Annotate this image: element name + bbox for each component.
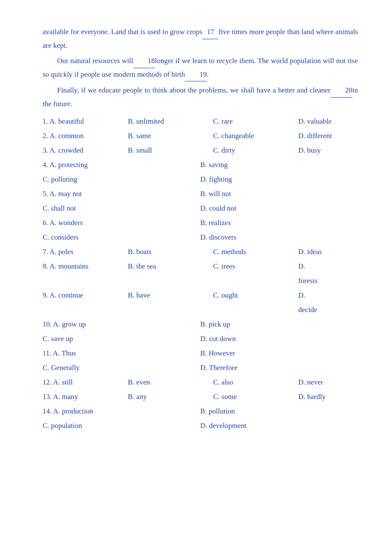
question-10-row: 10. A. grow up B. pick up C. save up D. … [43,317,358,346]
q4-b: B. saving [200,158,285,172]
blank-17: 17 [202,26,219,39]
q11-d: D. Therefore [200,361,285,375]
q10-a: 10. A. grow up [43,317,128,332]
paragraph-3: Finally, if we educate people to think a… [43,84,358,110]
q4-empty1 [128,158,200,172]
q8-d: D. [298,259,383,274]
q2-d: D. different [298,129,383,143]
q7-a: 7. A. poles [43,245,128,259]
q1-c: C. rare [213,114,298,129]
blank-20: 20 [331,84,352,98]
q1-b: B. unlimited [128,114,213,129]
paragraph-2: Our natural resources will18longer if we… [43,55,358,81]
q5-a: 5. A. may not [43,187,128,201]
q1-d: D. valuable [298,114,383,129]
q4-c: C. polluting [43,172,128,187]
para2-text1: Our natural resources will [57,57,133,65]
q13-c: C. some [213,390,298,404]
q9-decide: decide [298,303,383,317]
q6-a: 6. A. wonders [43,216,128,230]
q12-b: B. even [128,375,213,390]
q12-a: 12. A. still [43,375,128,390]
q5-b: B. will not [200,187,285,201]
question-7-row: 7. A. poles B. boats C. methods D. ideas [43,245,358,259]
question-12-row: 12. A. still B. even C. also D. never [43,375,358,390]
q8-a: 8. A. mountains [43,259,128,274]
q10-c: C. save up [43,332,128,346]
q7-d: D. ideas [298,245,383,259]
q11-b: B. However [200,346,285,361]
q12-c: C. also [213,375,298,390]
question-3-row: 3. A. crowded B. small C. dirty D. busy [43,143,358,158]
q13-d: D. hardly [298,390,383,404]
question-5-row: 5. A. may not B. will not C. shall not D… [43,187,358,216]
q2-c: C. changeable [213,129,298,143]
q8-b: B. the sea [128,259,213,274]
q4-a: 4. A. protecting [43,158,128,172]
q3-a: 3. A. crowded [43,143,128,158]
question-11-row: 11. A. Thus B. However C. Generally D. T… [43,346,358,375]
question-9-row: 9. A. continue B. have C. ought D. decid… [43,288,358,317]
q12-d: D. never [298,375,383,390]
q13-b: B. any [128,390,213,404]
q4-empty3 [128,172,200,187]
q9-b: B. have [128,288,213,303]
q4-empty2 [285,158,358,172]
para2-text3: . [207,70,208,78]
question-13-row: 13. A. many B. any C. some D. hardly [43,390,358,404]
q5-d: D. could not [200,201,285,216]
q3-b: B. small [128,143,213,158]
q8-forests: forests [298,274,383,288]
q14-c: C. population [43,419,128,433]
q9-c: C. ought [213,288,298,303]
question-2-row: 2. A. common B. same C. changeable D. di… [43,129,358,143]
para1-text1: available for everyone. Land that is use… [43,28,202,36]
q6-c: C. considers [43,230,128,245]
question-14-row: 14. A. production B. pollution C. popula… [43,404,358,433]
q3-c: C. dirty [213,143,298,158]
question-1-row: 1. A. beautiful B. unlimited C. rare D. … [43,114,358,129]
q5-c: C. shall not [43,201,128,216]
q8-c: C. trees [213,259,298,274]
q7-b: B. boats [128,245,213,259]
q2-b: B. same [128,129,213,143]
question-4-row: 4. A. protecting B. saving C. polluting … [43,158,358,187]
q11-c: C. Generally [43,361,128,375]
q10-b: B. pick up [200,317,285,332]
q11-a: 11. A. Thus [43,346,128,361]
q3-d: D. busy [298,143,383,158]
q6-b: B. realizes [200,216,285,230]
q14-a: 14. A. production [43,404,128,419]
q9-a: 9. A. continue [43,288,128,303]
q9-d: D. [298,288,383,303]
blank-18: 18 [133,55,155,68]
question-6-row: 6. A. wonders B. realizes C. considers D… [43,216,358,245]
q6-d: D. discovers [200,230,285,245]
paragraph-1: available for everyone. Land that is use… [43,26,358,52]
question-8-row: 8. A. mountains B. the sea C. trees D. f… [43,259,358,288]
q2-a: 2. A. common [43,129,128,143]
options-grid: 1. A. beautiful B. unlimited C. rare D. … [43,114,358,433]
q13-a: 13. A. many [43,390,128,404]
q4-d: D. fighting [200,172,285,187]
content-area: available for everyone. Land that is use… [43,26,358,433]
q14-d: D. development [200,419,285,433]
para3-text1: Finally, if we educate people to think a… [57,86,331,94]
q1-a: 1. A. beautiful [43,114,128,129]
q10-d: D. cut down [200,332,285,346]
blank-19: 19 [185,68,207,82]
q7-c: C. methods [213,245,298,259]
q4-empty4 [285,172,358,187]
q14-b: B. pollution [200,404,285,419]
